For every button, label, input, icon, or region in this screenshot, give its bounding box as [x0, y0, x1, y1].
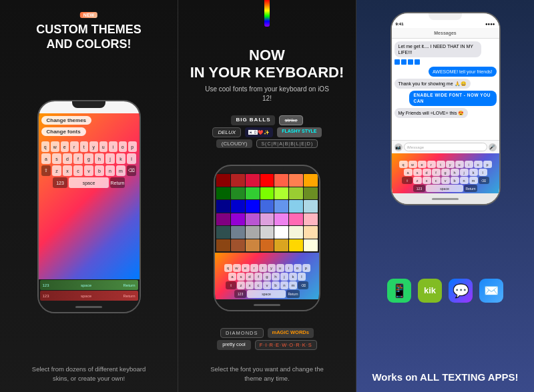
- right-phone-notch: [429, 13, 462, 20]
- whatsapp-icon: 📱: [387, 279, 411, 303]
- key-f[interactable]: f: [73, 153, 83, 164]
- center-phone-home: [215, 299, 319, 310]
- key-b[interactable]: b: [95, 165, 104, 176]
- chat-bubble-5: My Friends will =LOVE= this 😍: [394, 108, 469, 118]
- chat-bubble-1: Let me get it.... I NEED THAT IN MY LIFE…: [394, 41, 481, 57]
- key-y[interactable]: y: [89, 141, 98, 152]
- font-badge-delux: DELUX: [212, 127, 241, 137]
- key-n[interactable]: n: [105, 165, 115, 176]
- left-phone-mockup: Change themes Change fonts qwertyuiop as…: [37, 100, 141, 313]
- font-badge-cloudy: (CLOUDY): [216, 139, 253, 148]
- left-phone-screen: Change themes Change fonts qwertyuiop as…: [39, 101, 140, 301]
- key-t[interactable]: t: [80, 141, 89, 152]
- key-r[interactable]: r: [70, 141, 79, 152]
- left-panel: NEW CUSTOM THEMESAND COLORS! Change them…: [0, 0, 178, 392]
- font-badge-flashy: FLASHY STYLE: [277, 127, 321, 137]
- center-phone-mockup: qwertyuiop asdfghjkl ⇧zxcvbnm⌫ 123 space…: [214, 165, 320, 311]
- mail-icon: ✉️: [479, 279, 503, 303]
- phone-home-bar: [39, 301, 140, 312]
- messenger-icon: 💬: [449, 279, 473, 303]
- font-badge-emoji-row: 🅰🅾❤️✨: [245, 127, 273, 137]
- center-phone-screen: qwertyuiop asdfghjkl ⇧zxcvbnm⌫ 123 space…: [215, 166, 319, 299]
- font-badge-pretty-cool: pretty cool: [217, 340, 251, 350]
- chat-bubble-4: ENABLE WIDE FONT - NOW YOU CAN: [409, 91, 496, 106]
- key-h[interactable]: h: [95, 153, 104, 164]
- key-u[interactable]: u: [99, 141, 108, 152]
- change-fonts-btn[interactable]: Change fonts: [41, 127, 86, 136]
- key-x[interactable]: x: [63, 165, 72, 176]
- right-phone-mockup: 9:41 ●●●● Messages Let me get it.... I N…: [390, 12, 501, 205]
- key-o[interactable]: o: [119, 141, 127, 152]
- center-panel-title: NOWIN YOUR KEYBOARD!: [190, 47, 344, 82]
- center-subtitle: Use cool fonts from your keyboard on iOS…: [200, 85, 334, 103]
- chat-bubble-3: Thank you for showing me 🙏😄: [394, 79, 471, 89]
- font-badge-scrabbled: S(C|R|A|B|B|L|E|D): [256, 139, 318, 148]
- key-g[interactable]: g: [84, 153, 93, 164]
- key-j[interactable]: j: [105, 153, 115, 164]
- key-d[interactable]: d: [63, 153, 72, 164]
- center-phone-notch: [250, 166, 284, 173]
- left-panel-title: CUSTOM THEMESAND COLORS!: [36, 23, 142, 51]
- key-z[interactable]: z: [52, 165, 61, 176]
- key-e[interactable]: e: [61, 141, 69, 152]
- key-l[interactable]: l: [127, 153, 136, 164]
- font-badge-diamonds: DIAMONDS: [220, 328, 263, 338]
- key-space[interactable]: space: [69, 177, 109, 188]
- camera-icon: 📷: [394, 143, 403, 151]
- key-v[interactable]: v: [84, 165, 93, 176]
- chat-input[interactable]: iMessage: [404, 143, 487, 151]
- key-w[interactable]: w: [51, 141, 59, 152]
- right-bottom-title: Works on ALL TEXTING APPS!: [372, 371, 518, 383]
- key-shift[interactable]: ⇧: [41, 165, 51, 176]
- key-q[interactable]: q: [41, 141, 50, 152]
- font-badge-fireworks: F·I·R·E·W·O·R·K·S: [255, 340, 317, 350]
- key-return[interactable]: Return: [110, 177, 125, 188]
- key-m[interactable]: m: [116, 165, 125, 176]
- font-badge-magic: mAGiC WORDs: [268, 328, 314, 338]
- key-i[interactable]: i: [109, 141, 117, 152]
- apps-row: 📱 kik 💬 ✉️: [387, 279, 503, 303]
- change-themes-btn[interactable]: Change themes: [41, 116, 92, 125]
- key-delete[interactable]: ⌫: [127, 165, 136, 176]
- right-phone-screen: 9:41 ●●●● Messages Let me get it.... I N…: [392, 13, 499, 193]
- right-panel: 9:41 ●●●● Messages Let me get it.... I N…: [356, 0, 534, 392]
- font-badge-strike: strike: [279, 115, 302, 125]
- center-caption: Select the font you want and change the …: [204, 365, 330, 383]
- left-caption: Select from dozens of different keyboard…: [25, 365, 152, 383]
- key-c[interactable]: c: [73, 165, 83, 176]
- mic-icon: 🎤: [489, 143, 497, 151]
- right-phone-home: [392, 193, 499, 204]
- key-123[interactable]: 123: [53, 177, 67, 188]
- key-k[interactable]: k: [116, 153, 125, 164]
- chat-area: Let me get it.... I NEED THAT IN MY LIFE…: [392, 39, 499, 140]
- rainbow-bar: [264, 0, 270, 27]
- kik-icon: kik: [418, 279, 442, 303]
- phone-notch: [72, 101, 105, 108]
- new-badge: NEW: [80, 12, 97, 18]
- chat-bubble-2: AWESOME! tell your friends!: [429, 67, 497, 77]
- font-badge-bigballs: BIG BALLS: [231, 115, 275, 125]
- key-s[interactable]: s: [52, 153, 61, 164]
- center-panel: NOWIN YOUR KEYBOARD! Use cool fonts from…: [178, 0, 356, 392]
- key-p[interactable]: p: [128, 141, 137, 152]
- key-a[interactable]: a: [41, 153, 51, 164]
